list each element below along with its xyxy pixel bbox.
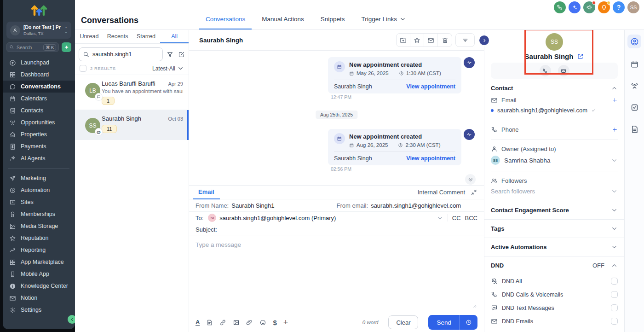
section-active-automations[interactable]: Active Automations (484, 238, 624, 256)
select-all-checkbox[interactable] (80, 65, 86, 72)
tasks-tab[interactable] (630, 103, 639, 113)
chevron-down-icon[interactable] (611, 157, 618, 164)
sidebar-collapse-button[interactable] (68, 315, 75, 324)
sidebar-item-reputation[interactable]: Reputation (3, 232, 75, 244)
conversation-item-lucas[interactable]: LB Lucas Baruffi BaruffiApr 29 You have … (75, 75, 189, 110)
emoji-icon[interactable] (259, 319, 266, 326)
sidebar-item-calendars[interactable]: Calendars (3, 93, 75, 105)
sidebar-item-launchpad[interactable]: Launchpad (3, 57, 75, 69)
payment-icon[interactable]: $ (273, 319, 276, 326)
dnd-emails-checkbox[interactable] (611, 318, 618, 325)
star-button[interactable] (410, 34, 424, 47)
add-email-button[interactable] (612, 97, 618, 103)
scroll-to-bottom-button[interactable] (465, 174, 476, 185)
sidebar-item-reporting[interactable]: Reporting (3, 244, 75, 256)
sidebar-item-dashboard[interactable]: Dashboard (3, 69, 75, 81)
dnd-calls-checkbox[interactable] (611, 291, 618, 298)
dnd-all-checkbox[interactable] (611, 278, 618, 285)
mark-unread-button[interactable] (424, 34, 438, 47)
sidebar-item-marketing[interactable]: Marketing (3, 172, 75, 184)
announcements-button[interactable] (583, 1, 595, 13)
internal-comment-toggle[interactable]: Internal Comment (418, 189, 465, 196)
image-icon[interactable] (233, 319, 240, 326)
sidebar-item-contacts[interactable]: Contacts (3, 105, 75, 116)
sidebar-item-mobile-app[interactable]: Mobile App (3, 268, 75, 280)
list-tab-recents[interactable]: Recents (104, 30, 132, 43)
composer-tab-email[interactable]: Email (193, 186, 220, 199)
sidebar-item-payments[interactable]: Payments (3, 140, 75, 152)
appointments-tab[interactable] (630, 60, 639, 70)
compose-icon[interactable] (178, 51, 185, 58)
section-dnd[interactable]: DNDOFF (484, 256, 624, 274)
contact-details-tab[interactable] (627, 35, 641, 48)
sort-dropdown[interactable]: Latest-All (152, 65, 184, 72)
sidebar-search-input[interactable]: Search ⌘ K (6, 42, 59, 52)
add-phone-button[interactable] (612, 127, 618, 133)
sidebar-item-knowledge-center[interactable]: Knowledge Center (3, 280, 75, 292)
sidebar-item-notion[interactable]: Notion (3, 292, 75, 304)
sidebar-item-ai-agents[interactable]: AI Agents (3, 152, 75, 164)
message-input[interactable]: Type a message (189, 235, 484, 312)
tab-snippets[interactable]: Snippets (314, 0, 351, 29)
bcc-button[interactable]: BCC (465, 215, 477, 221)
thread-filter-button[interactable] (455, 33, 475, 47)
send-button[interactable]: Send (428, 315, 477, 330)
tab-conversations[interactable]: Conversations (199, 0, 252, 29)
cc-button[interactable]: CC (452, 215, 461, 221)
chevron-up-icon[interactable] (611, 85, 618, 92)
help-button[interactable]: ? (613, 1, 625, 13)
notifications-button[interactable] (598, 1, 610, 13)
sidebar-item-opportunities[interactable]: Opportunities (3, 116, 75, 128)
list-tab-unread[interactable]: Unread (75, 30, 104, 43)
ai-assistant-button[interactable] (569, 1, 581, 13)
quick-actions-button[interactable]: ✦ (62, 42, 71, 52)
call-contact-button[interactable] (540, 65, 551, 76)
from-name-value[interactable]: Saurabh Singh1 (231, 202, 274, 209)
sidebar-item-memberships[interactable]: Memberships (3, 208, 75, 220)
chevron-down-icon[interactable] (611, 188, 618, 195)
delete-button[interactable] (438, 34, 452, 47)
tab-manual-actions[interactable]: Manual Actions (255, 0, 310, 29)
filter-funnel-icon[interactable] (167, 51, 173, 58)
view-appointment-link[interactable]: View appointment (406, 155, 455, 162)
workspace-switcher[interactable]: [Do not Test ] Produ... Dallas, TX ⌃⌄ (6, 22, 71, 39)
section-tags[interactable]: Tags (484, 220, 624, 238)
schedule-send-icon[interactable] (460, 319, 477, 326)
conversation-item-saurabh[interactable]: SS @ Saurabh SinghOct 03 11 (75, 110, 189, 140)
list-tab-all[interactable]: All (160, 30, 189, 43)
notes-tab[interactable] (630, 125, 639, 135)
link-icon[interactable] (219, 319, 226, 326)
more-tools-icon[interactable]: + (283, 318, 288, 327)
sidebar-item-properties[interactable]: Properties (3, 128, 75, 140)
list-tab-starred[interactable]: Starred (132, 30, 161, 43)
chevron-down-icon[interactable] (437, 215, 443, 221)
email-contact-button[interactable] (558, 65, 569, 76)
sidebar-item-settings[interactable]: Settings (3, 304, 75, 316)
view-appointment-link[interactable]: View appointment (406, 83, 455, 90)
template-icon[interactable] (206, 319, 213, 326)
to-value[interactable]: saurabh.singh1@gohighlevel.com (Primary) (219, 215, 336, 221)
sidebar-item-app-marketplace[interactable]: App Marketplace (3, 256, 75, 268)
phone-button[interactable] (554, 1, 566, 13)
external-link-icon[interactable] (577, 53, 584, 60)
collapse-icon[interactable] (471, 189, 477, 196)
from-email-value[interactable]: saurabh.singh1@gohighlevel.com (371, 202, 461, 209)
sidebar-item-media-storage[interactable]: Media Storage (3, 220, 75, 232)
dnd-texts-checkbox[interactable] (611, 304, 618, 311)
opportunities-tab[interactable] (630, 82, 639, 92)
sidebar-item-conversations[interactable]: Conversations (3, 81, 75, 93)
clear-button[interactable]: Clear (388, 315, 418, 329)
contact-email[interactable]: saurabh.singh1@gohighlevel.com (497, 107, 587, 114)
archive-folder-button[interactable] (397, 34, 410, 47)
section-contact-engagement-score[interactable]: Contact Engagement Score (484, 201, 624, 219)
sidebar-item-automation[interactable]: Automation (3, 184, 75, 196)
user-avatar[interactable]: SS (627, 1, 639, 13)
sidebar-item-sites[interactable]: Sites (3, 196, 75, 208)
tab-trigger-links[interactable]: Trigger Links (355, 0, 413, 29)
followers-search-input[interactable]: Search followers (491, 188, 611, 195)
collapse-contact-panel-button[interactable] (479, 35, 489, 45)
conversation-search-input[interactable] (92, 51, 159, 58)
resize-handle[interactable] (472, 303, 477, 309)
text-format-icon[interactable]: A (196, 319, 200, 326)
attachment-icon[interactable] (246, 319, 253, 326)
